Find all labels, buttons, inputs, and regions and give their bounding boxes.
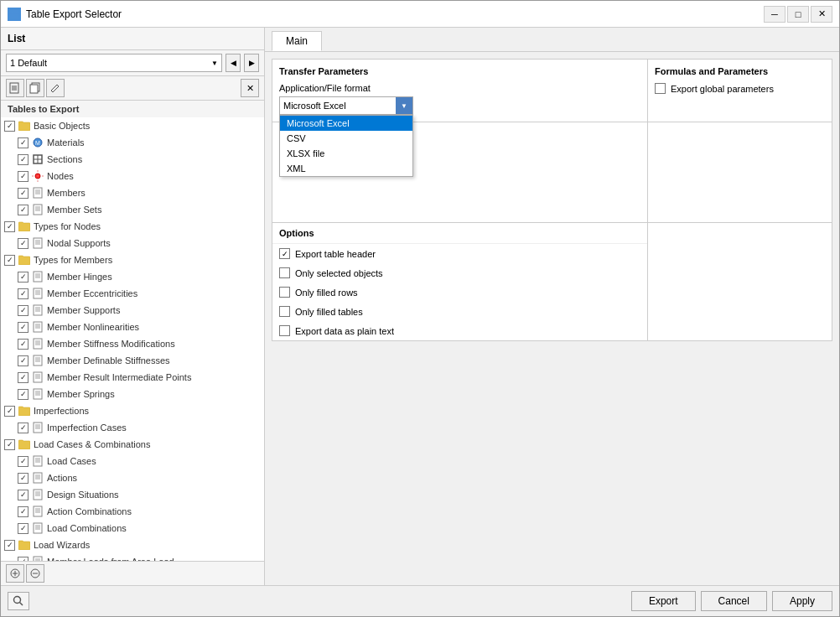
tree-item-load-cases-combinations[interactable]: Load Cases & Combinations	[1, 436, 264, 453]
tree-checkbox-sections[interactable]	[18, 154, 29, 165]
format-option-xlsx[interactable]: XLSX file	[280, 146, 412, 161]
tree-item-member-sets[interactable]: Member Sets	[1, 201, 264, 218]
tree-item-nodal-supports[interactable]: Nodal Supports	[1, 235, 264, 251]
tree-item-member-hinges[interactable]: Member Hinges	[1, 268, 264, 285]
close-button[interactable]: ✕	[811, 6, 832, 23]
tree-item-label-member-hinges: Member Hinges	[47, 272, 112, 282]
tab-main[interactable]: Main	[272, 31, 322, 51]
tree-checkbox-nodal-supports[interactable]	[18, 238, 29, 249]
tree-item-imperfections[interactable]: Imperfections	[1, 402, 264, 419]
tree-item-load-wizards[interactable]: Load Wizards	[1, 537, 264, 553]
svg-rect-78	[34, 506, 42, 516]
tree-checkbox-load-cases-combinations[interactable]	[4, 439, 15, 450]
export-global-checkbox[interactable]	[655, 83, 666, 94]
tree-checkbox-member-result-intermediate-points[interactable]	[18, 372, 29, 383]
tree-item-types-for-nodes[interactable]: Types for Nodes	[1, 218, 264, 235]
tree-item-label-load-cases-combinations: Load Cases & Combinations	[34, 439, 150, 449]
tree-item-member-result-intermediate-points[interactable]: Member Result Intermediate Points	[1, 369, 264, 386]
app-file-format-label: Application/File format	[279, 83, 640, 93]
tree-item-member-loads-area[interactable]: Member Loads from Area Load	[1, 553, 264, 561]
tree-item-imperfection-cases[interactable]: Imperfection Cases	[1, 419, 264, 436]
tree-checkbox-actions[interactable]	[18, 473, 29, 484]
tree-item-icon-action-combinations	[31, 505, 44, 518]
tree-checkbox-types-for-nodes[interactable]	[4, 221, 15, 232]
tree-checkbox-member-sets[interactable]	[18, 205, 29, 215]
remove-item-button[interactable]	[26, 564, 44, 583]
tree-checkbox-member-nonlinearities[interactable]	[18, 322, 29, 333]
tree-checkbox-basic-objects[interactable]	[4, 121, 15, 132]
tree-checkbox-member-springs[interactable]	[18, 389, 29, 400]
add-item-button[interactable]	[6, 564, 24, 583]
tree-item-load-cases[interactable]: Load Cases	[1, 453, 264, 469]
next-btn[interactable]: ▶	[244, 54, 259, 72]
format-option-csv[interactable]: CSV	[280, 131, 412, 146]
tree-item-member-springs[interactable]: Member Springs	[1, 386, 264, 402]
tree-checkbox-member-supports[interactable]	[18, 305, 29, 316]
edit-list-button[interactable]	[46, 79, 65, 97]
tree-checkbox-member-definable-stiffnesses[interactable]	[18, 355, 29, 366]
format-dropdown[interactable]: Microsoft Excel ▼	[279, 96, 413, 115]
tree-item-member-stiffness-modifications[interactable]: Member Stiffness Modifications	[1, 335, 264, 352]
tree-checkbox-member-eccentricities[interactable]	[18, 288, 29, 299]
close-list-button[interactable]: ✕	[241, 79, 259, 97]
tree-checkbox-imperfections[interactable]	[4, 406, 15, 417]
checkbox-only-selected-objects[interactable]	[279, 267, 290, 278]
tables-label: Tables to Export	[1, 101, 264, 117]
tree-item-label-imperfection-cases: Imperfection Cases	[47, 423, 127, 433]
format-option-xml[interactable]: XML	[280, 161, 412, 176]
checkbox-export-data-plain-text[interactable]	[279, 325, 290, 336]
copy-list-button[interactable]	[26, 79, 44, 97]
tree-checkbox-types-for-members[interactable]	[4, 255, 15, 266]
new-list-button[interactable]	[6, 79, 24, 97]
checkbox-only-filled-rows[interactable]	[279, 287, 290, 298]
options-title: Options	[272, 223, 647, 244]
tree-checkbox-load-wizards[interactable]	[4, 540, 15, 551]
tree-item-action-combinations[interactable]: Action Combinations	[1, 503, 264, 520]
tree-item-types-for-members[interactable]: Types for Members	[1, 251, 264, 268]
tree-checkbox-load-combinations[interactable]	[18, 523, 29, 534]
tree-container[interactable]: Basic ObjectsMMaterialsSectionsNodesMemb…	[1, 117, 264, 561]
tree-item-nodes[interactable]: Nodes	[1, 168, 264, 184]
tree-item-basic-objects[interactable]: Basic Objects	[1, 117, 264, 134]
export-button[interactable]: Export	[631, 591, 696, 611]
tree-checkbox-action-combinations[interactable]	[18, 506, 29, 517]
checkbox-only-filled-tables[interactable]	[279, 306, 290, 317]
tree-checkbox-load-cases[interactable]	[18, 456, 29, 467]
tree-item-icon-member-hinges	[31, 270, 44, 283]
option-export-data-plain-text: Export data as plain text	[272, 321, 647, 340]
tree-item-materials[interactable]: MMaterials	[1, 134, 264, 151]
export-global-label: Export global parameters	[671, 84, 774, 94]
minimize-button[interactable]: ─	[764, 6, 786, 23]
checkbox-export-table-header[interactable]: ✓	[279, 248, 290, 259]
format-option-excel[interactable]: Microsoft Excel	[280, 116, 412, 131]
dropdown-arrow-icon: ▼	[396, 97, 412, 114]
tree-item-load-combinations[interactable]: Load Combinations	[1, 520, 264, 537]
transfer-parameters-section: Transfer Parameters Application/File for…	[272, 59, 648, 122]
apply-button[interactable]: Apply	[772, 591, 832, 611]
tree-checkbox-member-stiffness-modifications[interactable]	[18, 339, 29, 350]
list-dropdown[interactable]: 1 Default ▼	[6, 54, 222, 72]
tree-checkbox-design-situations[interactable]	[18, 490, 29, 500]
tree-item-member-eccentricities[interactable]: Member Eccentricities	[1, 285, 264, 302]
tree-checkbox-materials[interactable]	[18, 137, 29, 148]
footer: Export Cancel Apply	[1, 585, 839, 616]
window-title: Table Export Selector	[26, 8, 122, 20]
tree-item-members[interactable]: Members	[1, 184, 264, 201]
tree-item-sections[interactable]: Sections	[1, 151, 264, 168]
tree-item-actions[interactable]: Actions	[1, 469, 264, 486]
cancel-button[interactable]: Cancel	[701, 591, 767, 611]
tree-item-member-nonlinearities[interactable]: Member Nonlinearities	[1, 319, 264, 335]
search-button[interactable]	[8, 592, 29, 610]
tree-checkbox-nodes[interactable]	[18, 171, 29, 182]
svg-rect-18	[34, 188, 42, 198]
tree-item-member-supports[interactable]: Member Supports	[1, 302, 264, 319]
tree-checkbox-imperfection-cases[interactable]	[18, 423, 29, 433]
tree-checkbox-member-hinges[interactable]	[18, 272, 29, 283]
tree-item-icon-actions	[31, 471, 44, 485]
tree-checkbox-members[interactable]	[18, 188, 29, 199]
maximize-button[interactable]: □	[787, 6, 809, 23]
tree-item-design-situations[interactable]: Design Situations	[1, 486, 264, 503]
svg-rect-62	[34, 423, 42, 433]
tree-item-member-definable-stiffnesses[interactable]: Member Definable Stiffnesses	[1, 352, 264, 369]
prev-btn[interactable]: ◀	[226, 54, 241, 72]
